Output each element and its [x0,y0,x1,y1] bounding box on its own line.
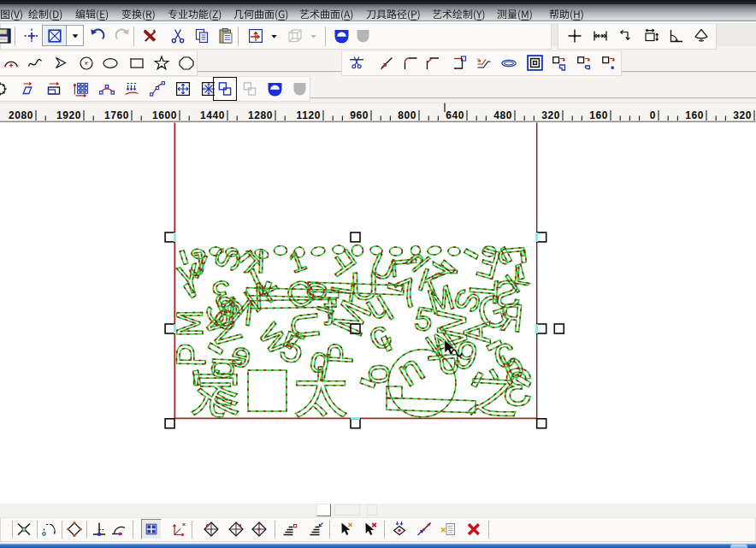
ring-offset-button[interactable] [499,53,519,74]
extend-curve-button[interactable] [376,53,397,74]
measure-distance-button[interactable] [590,26,611,46]
snap-partial-button[interactable] [0,519,13,539]
delete-button[interactable] [139,26,160,46]
draw-polygon-button[interactable] [176,53,197,74]
horizontal-scrollbar[interactable] [0,504,756,517]
snap-along-line-button[interactable] [414,519,434,539]
select-tool-dropdown[interactable] [67,26,83,45]
save-button[interactable] [0,26,14,46]
scrollbar-ghost [334,504,360,516]
draw-polyline-button[interactable] [50,53,71,74]
copy-contour-point-button[interactable] [599,53,619,74]
snap-tangent-button[interactable] [109,519,129,539]
taskbar-app-button[interactable] [730,544,747,548]
surface-display-button-2[interactable] [264,79,285,99]
redo-button[interactable] [112,26,133,46]
view-iso-nw-button[interactable] [201,519,221,539]
select-tool-combo[interactable] [42,25,84,46]
trim-curve-button[interactable] [346,53,367,74]
selection-handle[interactable] [165,324,174,333]
offset-corner-button[interactable] [450,53,470,74]
domegray-icon [291,80,308,97]
view-iso-ne-button[interactable] [226,519,246,539]
selection-handle[interactable] [537,233,546,242]
transform-dropdown[interactable] [267,29,281,44]
fillet-corner-button[interactable] [400,53,421,74]
copy-contour-inner-button[interactable] [574,53,594,74]
crosshair-tool-button[interactable] [21,26,42,46]
snap-grid-toggle[interactable] [141,519,162,539]
nested-shapes-red-dash: JlSK1OTFULhSKJS3NLorUh5KTSW3NwUtc7Wbe5qo… [176,244,535,416]
view3d-dropdown[interactable] [306,29,321,44]
snap-perpendicular-button[interactable] [89,519,109,539]
save-icon [0,27,12,44]
view-iso-center-button[interactable] [249,519,269,539]
move-object-button[interactable] [173,79,193,99]
align-layers-arrow-button[interactable] [306,519,327,539]
scrollbar-thumb[interactable] [316,504,332,516]
delete-selection-button[interactable] [464,519,484,539]
snap-quadrant-button[interactable] [64,519,85,539]
spline-icon [27,55,44,72]
draw-circle-button[interactable] [76,53,97,74]
multi-offset-button[interactable] [474,53,494,74]
stretch-button[interactable] [44,79,64,99]
transform-button[interactable] [245,26,266,46]
select-tool-button[interactable] [43,26,67,45]
selection-handle[interactable] [537,419,546,428]
pick-cancel-button[interactable] [359,519,380,539]
drawing-canvas[interactable]: JlSK1OTFULhSKJS3NLorUh5KTSW3NwUtc7Wbe5qo… [0,122,756,503]
edit-arc-nodes-button[interactable] [97,79,117,99]
selection-handle[interactable] [165,233,174,242]
selection-handle[interactable] [537,324,546,333]
cut-button[interactable] [168,26,188,46]
chamfer-corner-button[interactable] [422,53,443,74]
snap-arc-center-button[interactable] [38,519,59,539]
gear-shape-button[interactable] [0,79,10,99]
draw-star-button[interactable] [151,53,172,74]
draw-spline-button[interactable] [25,53,45,74]
copy-button[interactable] [192,26,212,46]
nest-offset-button[interactable] [524,52,546,74]
project-curve-button[interactable] [121,79,142,99]
measure-rect-button[interactable] [641,26,661,46]
undo-button[interactable] [87,26,108,46]
view3d-button[interactable] [285,26,305,46]
toolbar-separator [329,521,330,539]
rectic-icon [128,55,145,72]
ungroup-outline-button[interactable] [239,79,260,99]
selection-handle[interactable] [554,324,564,333]
draw-ellipse-button[interactable] [100,53,121,74]
coordinate-axes-button[interactable] [168,519,189,539]
selection-handle[interactable] [351,419,360,428]
windows-taskbar[interactable] [0,543,756,548]
pick-point-button[interactable] [335,519,356,539]
mrect-icon [642,27,659,44]
group-outline-button[interactable] [215,79,235,99]
edit-curve-nodes-button[interactable] [147,79,168,99]
viewdiam1-icon [203,521,220,538]
measure-arc-button[interactable] [691,26,712,46]
skew-button[interactable] [17,79,38,99]
align-layers-button[interactable] [280,519,300,539]
measure-angle-button[interactable] [665,26,686,46]
nested-shape [216,398,232,405]
array-copy-button[interactable] [70,79,91,99]
snap-intersection-button[interactable] [14,519,34,539]
drop-to-plane-button[interactable] [389,519,410,539]
mpoint-icon [566,27,583,44]
copy-contour-button[interactable] [549,53,570,74]
selection-handle[interactable] [351,233,360,242]
surface-hide-button[interactable] [352,26,373,46]
draw-arc-button[interactable] [1,53,21,74]
draw-rectangle-button[interactable] [127,53,147,74]
paste-button[interactable] [216,26,236,46]
surface-display-button[interactable] [331,26,351,46]
surface-hide-button-2[interactable] [289,79,310,99]
measure-offset-button[interactable] [615,26,635,46]
object-list-button[interactable] [438,519,458,539]
selection-handle[interactable] [165,419,174,428]
measure-point-button[interactable] [564,26,585,46]
toolbar-separator [384,521,385,539]
toolbar-separator [238,27,239,46]
